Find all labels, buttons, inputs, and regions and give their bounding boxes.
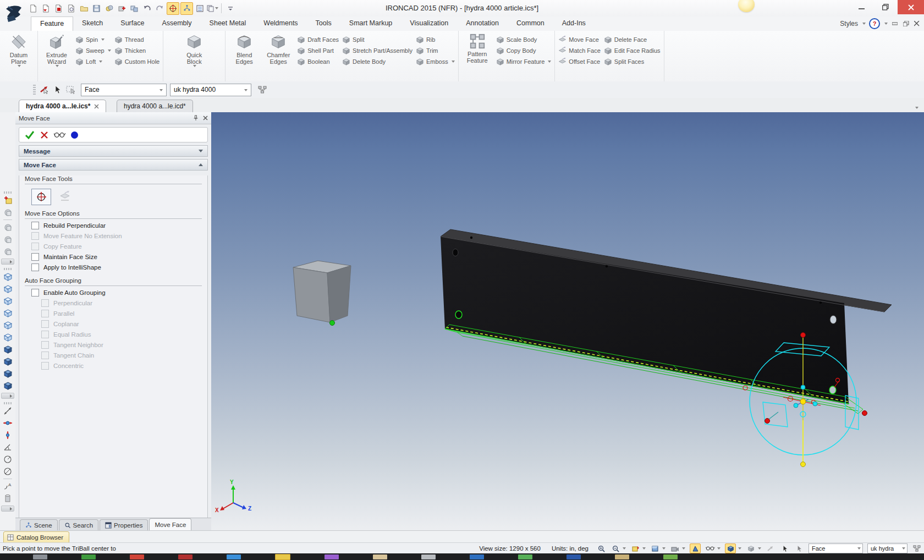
document-tab-active[interactable]: hydra 4000 a...le.ics* [19,100,106,112]
camera-icon[interactable] [670,544,680,553]
emboss-button[interactable]: Emboss [416,57,455,66]
taskbar-app-icon[interactable] [566,554,581,559]
tab-assembly[interactable]: Assembly [153,17,200,31]
sweep-button[interactable]: Sweep [75,46,111,55]
close-panel-icon[interactable] [203,116,208,120]
tab-move-face[interactable]: Move Face [149,518,191,530]
render-scene-icon[interactable] [103,3,115,14]
shaded-mode-icon[interactable] [2,344,13,355]
add-shape-icon[interactable] [116,3,128,14]
document-tab[interactable]: hydra 4000 a...le.icd* [117,100,193,112]
styles-dropdown[interactable]: Styles [840,20,858,28]
export-file-icon[interactable] [53,3,64,14]
strip-collapse-button[interactable] [1,259,14,265]
redo-icon[interactable] [154,3,166,14]
tab-surface[interactable]: Surface [112,17,153,31]
strip-collapse-button[interactable] [1,506,14,512]
tab-feature[interactable]: Feature [31,17,73,31]
triball-axis-point[interactable] [801,385,805,389]
taskbar-app-icon[interactable] [615,554,629,559]
tab-add-ins[interactable]: Add-Ins [553,17,595,31]
taskbar-app-icon[interactable] [518,554,532,559]
toolbar-drag-handle[interactable] [33,85,36,95]
delete-body-button[interactable]: Delete Body [342,57,413,66]
measure-diameter-icon[interactable] [2,466,13,477]
strip-drag-handle[interactable] [4,268,12,270]
catalog-dropdown[interactable]: uk hydra 4000 [170,84,251,96]
cancel-icon[interactable] [40,131,48,139]
strip-drag-handle[interactable] [4,191,12,194]
anchor-point-handle[interactable] [330,321,335,326]
mdi-minimize-icon[interactable] [891,20,899,27]
property-list-icon[interactable] [194,3,206,14]
loft-button[interactable]: Loft [75,57,111,66]
taskbar-app-icon[interactable] [130,554,144,559]
dropdown-caret[interactable] [623,547,626,550]
layers-icon[interactable] [2,195,13,206]
taskbar-app-icon[interactable] [421,554,436,559]
dropdown-caret[interactable] [738,547,741,550]
offset-move-tool-button[interactable] [56,189,74,204]
box-select-icon[interactable] [64,84,78,96]
dropdown-caret[interactable] [682,547,685,550]
taskbar-app-icon[interactable] [324,554,339,559]
status-filter-dropdown[interactable]: Face [809,543,863,553]
left-view-icon[interactable] [2,308,13,319]
view-style-1-icon[interactable] [2,222,13,233]
checkbox[interactable] [31,222,39,229]
pin-icon[interactable] [193,115,199,121]
tab-scene[interactable]: Scene [20,519,58,530]
taskbar-app-icon[interactable] [275,554,290,560]
custom-hole-button[interactable]: Custom Hole [114,57,160,66]
triball-toggle-icon[interactable] [167,2,179,15]
styles-caret[interactable] [862,23,866,25]
preview-glasses-icon[interactable] [54,131,65,139]
spin-button[interactable]: Spin [75,35,111,44]
option-enable-auto-grouping[interactable]: Enable Auto Grouping [31,287,207,298]
triball-axis-point[interactable] [794,403,798,408]
option-maintain-face-size[interactable]: Maintain Face Size [31,251,207,262]
tab-smart-markup[interactable]: Smart Markup [340,17,402,31]
triball-center-handle[interactable] [800,399,806,404]
strip-collapse-button[interactable] [1,393,14,399]
look-at-icon[interactable] [650,544,660,553]
measure-vertical-icon[interactable] [2,430,13,441]
wireframe-glasses-icon[interactable] [705,544,715,553]
mdi-restore-icon[interactable] [902,20,910,27]
measure-angle-icon[interactable] [2,442,13,453]
datum-plane-button[interactable]: Datum Plane [3,32,34,83]
close-button[interactable] [898,0,924,14]
triball-handle-right[interactable] [862,411,867,416]
back-view-icon[interactable] [2,295,13,306]
dropdown-caret[interactable] [758,547,761,550]
copy-with-options-icon[interactable] [207,3,218,14]
import-file-icon[interactable] [40,3,52,14]
checkbox[interactable] [31,263,39,271]
trim-button[interactable]: Trim [416,46,455,55]
copy-body-button[interactable]: Copy Body [496,46,552,55]
measure-distance-icon[interactable] [2,405,13,416]
help-icon[interactable]: ? [869,18,880,29]
catalog-browser-tab[interactable]: Catalog Browser [3,531,69,543]
message-section-header[interactable]: Message [19,145,208,157]
open-file-icon[interactable] [78,3,90,14]
split-faces-button[interactable]: Split Faces [604,57,661,66]
perspective-mode-icon[interactable] [2,380,13,391]
zoom-out-icon[interactable] [610,544,620,553]
status-catalog-dropdown[interactable]: uk hydra [867,543,908,553]
scene-browser-toggle-icon[interactable] [180,2,193,15]
measure-horizontal-icon[interactable] [2,418,13,429]
pick-cursor-status-icon[interactable] [794,544,804,553]
dropdown-caret[interactable] [642,547,646,550]
split-button[interactable]: Split [342,35,413,44]
tab-sheet-metal[interactable]: Sheet Metal [201,17,255,31]
section-view-icon[interactable] [2,207,13,218]
taskbar-app-icon[interactable] [227,554,241,559]
scale-body-button[interactable]: Scale Body [496,35,552,44]
save-icon[interactable] [91,3,102,14]
taskbar-app-icon[interactable] [373,554,387,559]
thread-button[interactable]: Thread [114,35,160,44]
status-hierarchy-icon[interactable] [912,544,922,553]
deselect-dot-icon[interactable] [71,131,78,139]
ok-icon[interactable] [25,130,35,139]
